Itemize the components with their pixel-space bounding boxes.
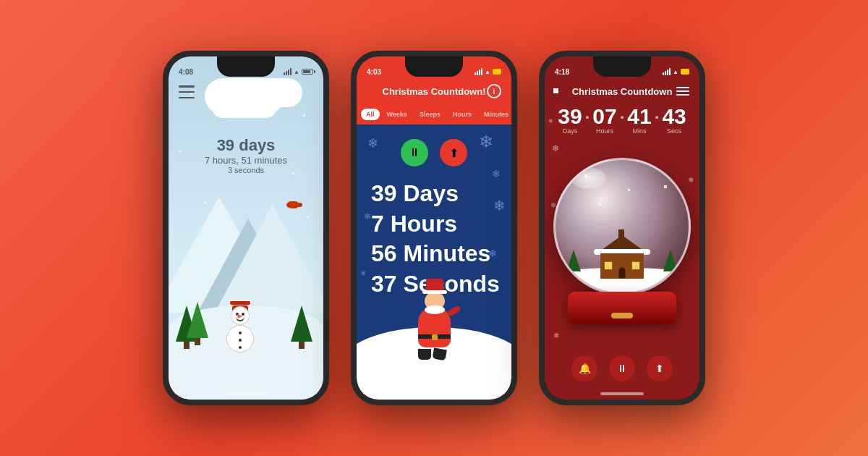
p3-hours-label: Hours — [596, 127, 613, 135]
phone3-title: Christmas Countdown — [572, 86, 673, 97]
phone1-status-icons: ▲ — [284, 68, 313, 75]
phone2-status-icons: ▲ — [475, 68, 501, 75]
tree-left2 — [187, 302, 208, 345]
phone3-status-bar: 4:18 ▲ — [545, 56, 699, 81]
p3-sep3: · — [655, 107, 660, 135]
p3-secs-label: Secs — [667, 127, 681, 135]
phone1-hours: 7 hours, 51 minutes — [169, 155, 323, 166]
phone3-menu-icon[interactable] — [676, 87, 689, 96]
phone1-days: 39 days — [169, 136, 323, 155]
phone-3: 4:18 ▲ Christmas Countdown — [539, 51, 705, 405]
santa-figure — [418, 308, 451, 360]
phone3-screen: 4:18 ▲ Christmas Countdown — [545, 56, 699, 400]
globe-snow-dot — [599, 203, 601, 206]
phone3-countdown: 39 Days · 07 Hours · 41 Mins · 43 Secs — [545, 106, 699, 135]
wifi-icon-2: ▲ — [485, 69, 490, 75]
signal-icon-3 — [663, 68, 671, 75]
countdown-area: ❄ ❄ ❄ ❄ ❄ ❄ ❄ ⏸ ⬆ 39 Days 7 Hours 56 Min… — [357, 124, 511, 400]
phone1-time: 4:08 — [179, 68, 193, 76]
phone1-status-bar: 4:08 ▲ — [169, 56, 323, 81]
p3-sep2: · — [620, 107, 625, 135]
phone3-status-icons: ▲ — [663, 68, 689, 75]
phone1-countdown-text: 39 days 7 hours, 51 minutes 3 seconds — [169, 136, 323, 174]
p3-days-unit: 39 Days — [558, 106, 582, 135]
phone2-app-header: Christmas Countdown! i — [357, 78, 511, 104]
battery-icon — [302, 69, 313, 75]
phone2-time: 4:03 — [367, 68, 381, 76]
phone-1: 4:08 ▲ — [163, 51, 329, 405]
globe-base-light — [611, 313, 633, 318]
snowflake-7: ❄ — [360, 269, 366, 277]
pause-button[interactable]: ⏸ — [401, 139, 428, 166]
info-button[interactable]: i — [487, 84, 501, 98]
cloud — [212, 96, 277, 118]
snowflake-4: ❄ — [364, 211, 371, 221]
control-buttons: ⏸ ⬆ — [357, 139, 511, 166]
signal-icon — [284, 68, 292, 75]
mountain-3 — [215, 204, 323, 313]
wifi-icon-3: ▲ — [673, 69, 678, 75]
home-indicator — [224, 392, 268, 395]
home-indicator-2 — [412, 392, 456, 395]
p3-days-label: Days — [563, 127, 578, 135]
globe-highlight — [570, 167, 606, 189]
p3-mins-number: 41 — [627, 106, 651, 127]
phone3-controls: 🔔 ⏸ ⬆ — [545, 355, 699, 381]
phone3-header: Christmas Countdown — [545, 78, 699, 104]
globe-tree-right — [663, 250, 678, 271]
battery-icon-3 — [681, 69, 689, 75]
countdown-minutes: 56 Minutes — [371, 239, 500, 269]
signal-icon-2 — [475, 68, 482, 75]
p3-mins-unit: 41 Mins — [627, 106, 651, 135]
countdown-hours: 7 Hours — [371, 209, 500, 240]
header-dot — [553, 88, 558, 93]
tab-weeks[interactable]: Weeks — [382, 109, 412, 120]
globe-tree-left — [566, 250, 581, 271]
tree-right — [291, 305, 312, 349]
bird-icon — [286, 201, 298, 208]
globe-snow-dot — [628, 189, 630, 191]
home-indicator-3 — [600, 392, 644, 395]
globe-base — [568, 292, 676, 324]
tab-sleeps[interactable]: Sleeps — [414, 109, 446, 120]
p3-snowflake-5: ❄ — [553, 332, 559, 339]
globe-snow-dot — [584, 174, 587, 177]
snowman — [226, 301, 254, 352]
battery-icon-2 — [493, 69, 501, 75]
p3-days-number: 39 — [558, 106, 582, 127]
p3-secs-number: 43 — [662, 106, 686, 127]
phone-2: 4:03 ▲ Christmas Countdown! i All Weeks … — [351, 51, 517, 405]
share-button[interactable]: ⬆ — [440, 139, 467, 166]
phone2-screen: 4:03 ▲ Christmas Countdown! i All Weeks … — [357, 56, 511, 400]
p3-sep1: · — [585, 107, 590, 135]
p3-hours-unit: 07 Hours — [592, 106, 616, 135]
tab-minutes[interactable]: Minutes — [479, 109, 511, 120]
globe-sphere — [553, 158, 691, 295]
p3-pause-button[interactable]: ⏸ — [609, 355, 635, 381]
tab-hours[interactable]: Hours — [448, 109, 477, 120]
snowflake-3: ❄ — [492, 168, 501, 180]
p3-snowflake-1: ❄ — [552, 143, 559, 153]
tab-all[interactable]: All — [361, 109, 380, 120]
santa-container — [357, 284, 511, 400]
p3-share-button[interactable]: ⬆ — [647, 355, 673, 381]
p3-mins-label: Mins — [633, 127, 647, 135]
phone2-status-bar: 4:03 ▲ — [357, 56, 511, 81]
phone2-title: Christmas Countdown! — [383, 86, 486, 97]
p3-notification-button[interactable]: 🔔 — [571, 355, 597, 381]
snow-globe — [553, 158, 691, 295]
phone1-seconds: 3 seconds — [169, 166, 323, 174]
p3-hours-number: 07 — [592, 106, 616, 127]
p3-secs-unit: 43 Secs — [662, 106, 686, 135]
tab-bar: All Weeks Sleeps Hours Minutes Seconds — [357, 104, 511, 124]
globe-house — [586, 228, 658, 279]
countdown-days: 39 Days — [371, 179, 500, 209]
snow-dot — [303, 114, 305, 117]
phone1-screen: 4:08 ▲ — [169, 56, 323, 400]
phone3-time: 4:18 — [555, 68, 569, 76]
menu-icon[interactable] — [179, 85, 195, 98]
globe-snow-dot — [664, 185, 667, 188]
wifi-icon: ▲ — [294, 69, 299, 75]
